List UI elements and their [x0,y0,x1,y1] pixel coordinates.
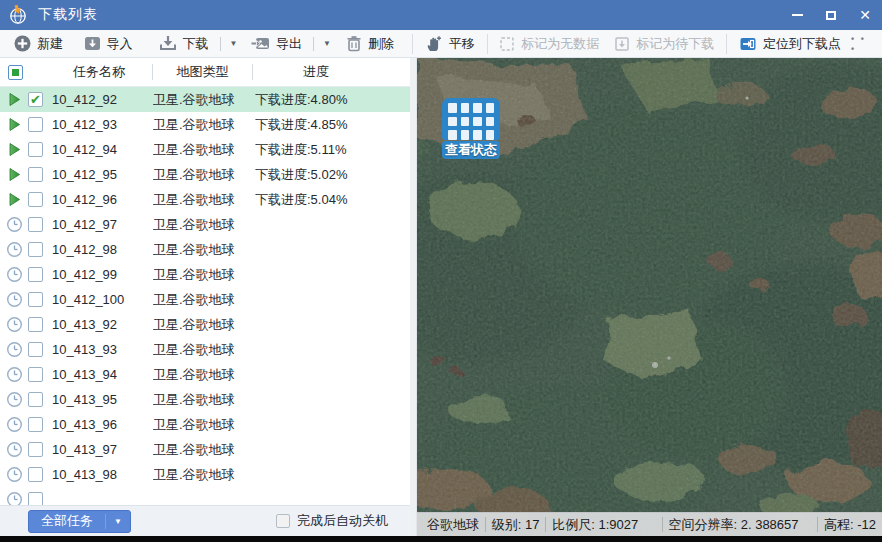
task-name: 10_413_96 [52,417,153,432]
task-checkbox[interactable]: ✔ [28,417,43,432]
play-icon [6,141,23,158]
table-row[interactable]: ✔ 10_412_100 卫星.谷歌地球 [0,287,410,312]
status-level: 级别: 17 [486,516,546,534]
column-header-progress[interactable]: 进度 [253,64,379,80]
table-row[interactable]: ✔ 10_413_93 卫星.谷歌地球 [0,337,410,362]
minimize-button[interactable] [780,0,814,30]
delete-button[interactable]: 删除 [342,32,398,56]
row-state-icon [6,266,23,283]
download-button[interactable]: 下载 ▼ [155,32,242,56]
task-type: 卫星.谷歌地球 [153,341,253,359]
pan-button[interactable]: 平移 [421,32,479,56]
table-row[interactable]: ✔ 10_412_99 卫星.谷歌地球 [0,262,410,287]
table-row[interactable]: ✔ 10_412_94 卫星.谷歌地球 下载进度:5.11% [0,137,410,162]
select-all-checkbox[interactable] [8,65,23,80]
all-tasks-button[interactable]: 全部任务 ▼ [28,510,131,533]
auto-shutdown-option[interactable]: 完成后自动关机 [276,512,388,530]
table-row[interactable]: ✔ 10_413_96 卫星.谷歌地球 [0,412,410,437]
table-row[interactable]: ✔ 10_412_96 卫星.谷歌地球 下载进度:5.04% [0,187,410,212]
task-progress: 下载进度:5.02% [253,166,410,184]
view-status-overlay[interactable]: 查看状态 [442,98,500,159]
task-checkbox[interactable]: ✔ [28,92,43,107]
map-statusbar: 谷歌地球 级别: 17 比例尺: 1:9027 空间分辨率: 2. 388657… [417,512,882,536]
task-checkbox[interactable]: ✔ [28,292,43,307]
task-checkbox[interactable]: ✔ [28,467,43,482]
task-checkbox[interactable]: ✔ [28,217,43,232]
toolbar-separator [726,34,727,54]
table-row[interactable]: ✔ 10_412_93 卫星.谷歌地球 下载进度:4.85% [0,112,410,137]
table-row[interactable]: ✔ [0,487,410,505]
mark-no-data-button[interactable]: 标记为无数据 [495,32,603,56]
table-row[interactable]: ✔ 10_413_95 卫星.谷歌地球 [0,387,410,412]
export-label: 导出 [276,35,302,53]
row-state-icon [6,166,23,183]
maximize-button[interactable] [814,0,848,30]
download-icon [159,35,177,52]
row-state-icon [6,441,23,458]
table-row[interactable]: ✔ 10_413_98 卫星.谷歌地球 [0,462,410,487]
new-task-button[interactable]: 新建 [10,32,67,56]
clock-icon [6,441,23,458]
task-checkbox[interactable]: ✔ [28,192,43,207]
task-name: 10_413_95 [52,392,153,407]
task-type: 卫星.谷歌地球 [153,241,253,259]
task-checkbox[interactable]: ✔ [28,367,43,382]
mark-no-data-label: 标记为无数据 [521,35,599,53]
task-progress: 下载进度:5.04% [253,191,410,209]
download-dropdown-arrow[interactable]: ▼ [230,39,238,48]
task-checkbox[interactable]: ✔ [28,492,43,505]
task-progress: 下载进度:5.11% [253,141,410,159]
table-row[interactable]: ✔ 10_413_97 卫星.谷歌地球 [0,437,410,462]
auto-shutdown-checkbox[interactable] [276,514,290,528]
table-row[interactable]: ✔ 10_413_92 卫星.谷歌地球 [0,312,410,337]
tile-grid-icon[interactable] [442,98,500,140]
more-menu-button[interactable]: • • • [845,34,874,54]
table-row[interactable]: ✔ 10_412_95 卫星.谷歌地球 下载进度:5.02% [0,162,410,187]
task-progress: 下载进度:4.80% [253,91,410,109]
task-checkbox[interactable]: ✔ [28,317,43,332]
row-state-icon [6,366,23,383]
clock-icon [6,416,23,433]
locate-icon [739,36,757,52]
task-checkbox[interactable]: ✔ [28,442,43,457]
status-elevation: 高程: -12 [818,516,882,534]
task-checkbox[interactable]: ✔ [28,167,43,182]
task-type: 卫星.谷歌地球 [153,316,253,334]
panel-divider [410,58,417,536]
export-dropdown-arrow[interactable]: ▼ [323,39,331,48]
table-row[interactable]: ✔ 10_412_98 卫星.谷歌地球 [0,237,410,262]
row-state-icon [6,316,23,333]
split-line [220,37,221,51]
task-checkbox[interactable]: ✔ [28,117,43,132]
trash-icon [346,35,362,52]
table-row[interactable]: ✔ 10_412_92 卫星.谷歌地球 下载进度:4.80% [0,87,410,112]
import-icon [84,35,101,52]
clock-icon [6,466,23,483]
locate-download-point-button[interactable]: 定位到下载点 [735,32,845,56]
task-name: 10_412_92 [52,92,153,107]
import-button[interactable]: 导入 [80,32,137,56]
clock-icon [6,216,23,233]
check-mark-icon: ✔ [30,93,41,106]
column-header-type[interactable]: 地图类型 [153,64,253,80]
task-checkbox[interactable]: ✔ [28,267,43,282]
all-tasks-dropdown-arrow[interactable]: ▼ [106,517,130,526]
play-icon [6,91,23,108]
mark-pending-button[interactable]: 标记为待下载 [610,32,718,56]
map-view[interactable]: 查看状态 谷歌地球 级别: 17 比例尺: 1:9027 空间分辨率: 2. 3… [417,58,882,536]
task-type: 卫星.谷歌地球 [153,416,253,434]
table-row[interactable]: ✔ 10_413_94 卫星.谷歌地球 [0,362,410,387]
status-scale: 比例尺: 1:9027 [546,516,644,534]
row-state-icon [6,91,23,108]
task-checkbox[interactable]: ✔ [28,142,43,157]
task-checkbox[interactable]: ✔ [28,242,43,257]
close-button[interactable]: ✕ [848,0,882,30]
task-name: 10_412_96 [52,192,153,207]
export-button[interactable]: 导出 ▼ [247,32,335,56]
column-header-name[interactable]: 任务名称 [46,64,153,80]
task-checkbox[interactable]: ✔ [28,342,43,357]
row-state-icon [6,341,23,358]
task-checkbox[interactable]: ✔ [28,392,43,407]
play-icon [6,116,23,133]
table-row[interactable]: ✔ 10_412_97 卫星.谷歌地球 [0,212,410,237]
